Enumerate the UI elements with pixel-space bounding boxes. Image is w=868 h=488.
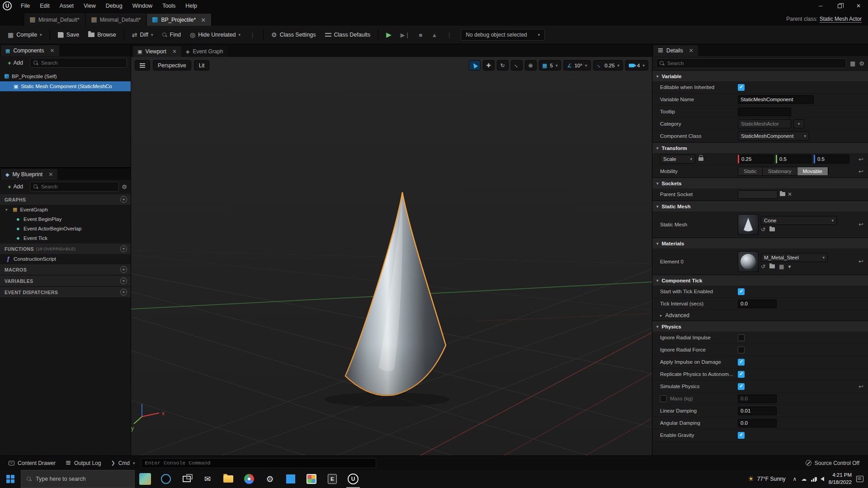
tick-interval-input[interactable] — [738, 300, 777, 308]
close-icon[interactable]: ✕ — [172, 48, 177, 55]
close-icon[interactable]: ✕ — [50, 47, 54, 54]
play-button[interactable]: ▶ — [382, 28, 396, 42]
lit-dropdown[interactable]: Lit — [194, 60, 210, 70]
linear-damping-input[interactable] — [738, 407, 777, 415]
scale-y-input[interactable] — [777, 156, 811, 162]
source-control-button[interactable]: Source Control Off — [802, 458, 863, 469]
gear-icon[interactable]: ⚙ — [122, 183, 127, 190]
event-actorbeginoverlap-item[interactable]: ◆ Event ActorBeginOverlap — [0, 224, 131, 233]
tab-close-icon[interactable]: ✕ — [201, 17, 206, 23]
scale-x-field[interactable] — [738, 155, 774, 164]
event-tick-item[interactable]: ◆ Event Tick — [0, 233, 131, 243]
details-search-input[interactable] — [667, 61, 843, 66]
category-combo[interactable]: StaticMeshActor — [738, 119, 791, 128]
macros-section-header[interactable]: MACROS + — [0, 264, 131, 275]
section-variable[interactable]: ▾ Variable — [652, 70, 868, 81]
variable-name-input[interactable] — [738, 95, 814, 104]
my-blueprint-search-input[interactable] — [41, 184, 115, 189]
material-dropdown[interactable]: M_Metal_Steel ▾ — [761, 253, 828, 262]
weather-widget[interactable]: ☀ 77°F Sunny — [745, 475, 788, 483]
chevron-down-icon[interactable]: ▾ — [151, 33, 153, 37]
rotation-snap-control[interactable]: ∠ 10° ▾ — [563, 60, 590, 70]
menu-window[interactable]: Window — [128, 1, 157, 11]
tree-item-bp-projectile-self[interactable]: BP_Projectile (Self) — [0, 71, 131, 81]
class-defaults-button[interactable]: Class Defaults — [321, 28, 375, 42]
add-blueprint-item-button[interactable]: + Add — [4, 182, 27, 192]
toolbar-options-button[interactable]: ⋮ — [245, 28, 259, 42]
mail-icon[interactable]: ✉ — [197, 470, 218, 488]
vscode-icon[interactable] — [280, 470, 301, 488]
mobility-stationary-button[interactable]: Stationary — [763, 167, 797, 175]
3d-viewport[interactable]: Perspective Lit ✚ ↻ ↔ ⊕ ▦ 5 ▾ ∠ 10° ▾ ↔ … — [131, 57, 652, 455]
rotate-tool-button[interactable]: ↻ — [497, 60, 509, 70]
browse-asset-icon[interactable] — [769, 226, 775, 233]
find-button[interactable]: Find — [158, 28, 185, 42]
construction-script-item[interactable]: ƒ ConstructionScript — [0, 254, 131, 263]
scale-dropdown[interactable]: Scale ▾ — [660, 155, 695, 164]
play-options-button[interactable]: ⋮ — [442, 28, 456, 42]
material-thumbnail[interactable] — [738, 251, 759, 272]
notification-center-icon[interactable] — [856, 476, 863, 482]
my-blueprint-search[interactable] — [30, 182, 119, 192]
revert-icon[interactable]: ↩ — [859, 383, 864, 390]
output-log-button[interactable]: Output Log — [61, 458, 105, 469]
scale-snap-control[interactable]: ↔ 0.25 ▾ — [593, 60, 623, 70]
tab-minimal-default-1[interactable]: Minimal_Default* — [24, 14, 85, 26]
chrome-icon[interactable] — [239, 470, 259, 488]
close-button[interactable]: ✕ — [849, 0, 868, 12]
debug-object-dropdown[interactable]: No debug object selected ▾ — [461, 29, 545, 41]
console-command-input[interactable] — [141, 458, 376, 468]
compile-button[interactable]: ▦ Compile ▾ — [4, 28, 46, 42]
component-class-dropdown[interactable]: StaticMeshComponent ▾ — [738, 131, 809, 141]
menu-view[interactable]: View — [79, 1, 100, 11]
my-blueprint-tab[interactable]: ◆ My Blueprint ✕ — [1, 169, 57, 180]
cmd-dropdown[interactable]: ❯ Cmd ▾ — [107, 458, 139, 469]
show-hidden-icons-chevron[interactable]: ∧ — [793, 476, 797, 482]
lock-icon[interactable] — [698, 157, 703, 161]
enable-gravity-checkbox[interactable] — [738, 432, 745, 439]
event-dispatchers-section-header[interactable]: EVENT DISPATCHERS + — [0, 287, 131, 297]
viewport-tab[interactable]: ▣ Viewport ✕ — [133, 46, 181, 57]
use-selected-icon[interactable]: ↺ — [761, 263, 765, 270]
frame-skip-button[interactable]: ▶❘ — [396, 28, 414, 42]
section-physics[interactable]: ▾ Physics — [652, 321, 868, 332]
gear-icon[interactable]: ⚙ — [859, 60, 864, 67]
angular-damping-input[interactable] — [738, 419, 777, 427]
add-variable-icon[interactable]: + — [120, 277, 127, 284]
start-tick-checkbox[interactable] — [738, 288, 745, 295]
close-icon[interactable]: ✕ — [689, 47, 693, 54]
start-button[interactable] — [0, 470, 21, 488]
details-tab[interactable]: Details ✕ — [653, 45, 698, 56]
restore-button[interactable] — [830, 0, 849, 12]
taskbar-search[interactable]: Type here to search — [21, 470, 135, 488]
tab-bp-projectile[interactable]: BP_Projectile* ✕ — [147, 14, 211, 26]
section-sockets[interactable]: ▾ Sockets — [652, 178, 868, 188]
section-materials[interactable]: ▾ Materials — [652, 238, 868, 249]
viewport-menu-button[interactable] — [135, 60, 150, 70]
revert-icon[interactable]: ↩ — [859, 258, 864, 265]
select-tool-button[interactable] — [469, 60, 481, 70]
settings-icon[interactable]: ⚙ — [259, 470, 280, 488]
revert-icon[interactable]: ↩ — [859, 156, 864, 163]
cone-mesh[interactable] — [345, 192, 446, 395]
grid-snap-control[interactable]: ▦ 5 ▾ — [539, 60, 561, 70]
section-transform[interactable]: ▾ Transform — [652, 142, 868, 153]
ignore-radial-impulse-checkbox[interactable] — [738, 334, 745, 341]
components-search[interactable] — [30, 58, 127, 68]
simulate-physics-checkbox[interactable] — [738, 383, 745, 390]
parent-socket-input[interactable] — [738, 190, 778, 199]
static-mesh-dropdown[interactable]: Cone ▾ — [761, 216, 837, 225]
menu-asset[interactable]: Asset — [55, 1, 78, 11]
stop-button[interactable]: ■ — [415, 28, 427, 42]
scale-tool-button[interactable]: ↔ — [511, 60, 523, 70]
diff-button[interactable]: ⇄ Diff ▾ — [128, 28, 157, 42]
file-explorer-icon[interactable] — [218, 470, 239, 488]
mass-override-checkbox[interactable] — [660, 395, 667, 402]
row-advanced-expander[interactable]: ▸ Advanced — [652, 310, 868, 321]
scale-z-input[interactable] — [815, 156, 849, 162]
minimize-button[interactable]: ─ — [811, 0, 830, 12]
add-event-dispatcher-icon[interactable]: + — [120, 289, 127, 296]
close-icon[interactable]: ✕ — [48, 171, 53, 178]
move-tool-button[interactable]: ✚ — [483, 60, 495, 70]
details-search[interactable] — [656, 58, 846, 68]
